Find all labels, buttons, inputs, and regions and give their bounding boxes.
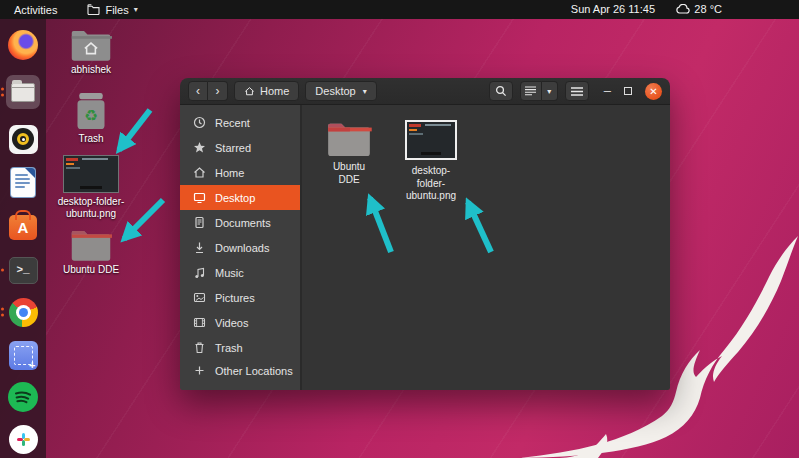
plus-icon	[193, 364, 206, 377]
sidebar-item-home[interactable]: Home	[180, 160, 300, 185]
app-menu[interactable]: Files ▾	[87, 4, 137, 16]
cloud-icon	[676, 4, 690, 14]
firefox-icon	[8, 30, 38, 60]
minimize-button[interactable]: –	[604, 86, 611, 96]
search-button[interactable]	[489, 81, 513, 101]
dock-item-files[interactable]	[6, 75, 40, 109]
files-window: ‹ › Home Desktop ▾	[180, 78, 670, 390]
dock-item-rhythmbox[interactable]	[6, 122, 40, 156]
software-letter: A	[18, 219, 29, 236]
sidebar-item-recent[interactable]: Recent	[180, 110, 300, 135]
dock-item-slack[interactable]	[6, 422, 40, 456]
ubuntu-software-icon: A	[9, 215, 37, 240]
svg-text:♻: ♻	[84, 107, 98, 125]
folder-icon	[87, 4, 100, 15]
view-toggle-button[interactable]	[520, 81, 542, 101]
sidebar-item-videos[interactable]: Videos	[180, 310, 300, 335]
maximize-button[interactable]	[624, 87, 632, 95]
sidebar-item-label: Downloads	[215, 242, 269, 254]
document-icon	[193, 216, 206, 229]
running-indicator	[1, 88, 4, 97]
list-view-icon	[525, 86, 536, 96]
sidebar-item-label: Pictures	[215, 292, 255, 304]
minimize-icon: –	[604, 83, 611, 98]
picture-icon	[193, 291, 206, 304]
dock-item-ubuntu-software[interactable]: A	[6, 210, 40, 244]
chevron-down-icon: ▾	[363, 87, 367, 96]
home-icon	[193, 166, 206, 179]
sidebar-item-music[interactable]: Music	[180, 260, 300, 285]
clock[interactable]: Sun Apr 26 11:45	[571, 3, 655, 15]
desktop-icon-ubuntu-dde[interactable]: Ubuntu DDE	[45, 227, 137, 276]
music-icon	[193, 266, 206, 279]
sidebar-item-desktop[interactable]: Desktop	[180, 185, 300, 210]
location-dropdown-button[interactable]: Desktop ▾	[305, 81, 376, 101]
sidebar-item-starred[interactable]: Starred	[180, 135, 300, 160]
window-titlebar[interactable]: ‹ › Home Desktop ▾	[180, 78, 670, 105]
dock-item-chrome[interactable]	[6, 295, 40, 329]
folder-icon	[326, 120, 372, 156]
app-menu-label: Files	[105, 4, 128, 16]
home-breadcrumb-button[interactable]: Home	[234, 81, 299, 101]
terminal-icon: >_	[9, 257, 38, 284]
slack-icon	[9, 425, 38, 454]
chevron-down-icon: ▾	[134, 5, 138, 14]
desktop-icon-label: Ubuntu DDE	[63, 264, 119, 276]
libreoffice-writer-icon	[11, 168, 35, 197]
home-folder-icon	[70, 27, 112, 61]
top-bar: Activities Files ▾ Sun Apr 26 11:45 28 °…	[0, 0, 799, 19]
screenshot-tool-icon	[9, 341, 38, 370]
weather-indicator[interactable]: 28 °C	[676, 3, 722, 15]
forward-button[interactable]: ›	[208, 81, 228, 101]
back-button[interactable]: ‹	[188, 81, 208, 101]
dock-item-screenshot-tool[interactable]	[6, 338, 40, 372]
sidebar-item-trash[interactable]: Trash	[180, 335, 300, 360]
back-icon: ‹	[196, 84, 200, 98]
trash-icon	[193, 341, 206, 354]
menu-button[interactable]	[565, 81, 589, 101]
spotify-icon	[8, 382, 38, 412]
file-label: desktop-folder-ubuntu.png	[400, 165, 462, 203]
places-sidebar: Recent Starred Home Desktop Documents Do…	[180, 105, 302, 390]
dock-item-spotify[interactable]	[6, 380, 40, 414]
trash-can-icon: ♻	[73, 92, 109, 130]
desktop-icon-abhishek[interactable]: abhishek	[45, 27, 137, 76]
chevron-down-icon: ▾	[547, 87, 551, 96]
close-button[interactable]: ✕	[645, 83, 662, 100]
running-indicator	[1, 269, 4, 272]
sidebar-item-other-locations[interactable]: Other Locations	[180, 358, 300, 383]
dock-item-firefox[interactable]	[6, 28, 40, 62]
sidebar-item-label: Music	[215, 267, 244, 279]
dock-item-libreoffice-writer[interactable]	[6, 165, 40, 199]
sidebar-item-label: Documents	[215, 217, 271, 229]
running-indicator	[1, 308, 4, 317]
sidebar-item-label: Recent	[215, 117, 250, 129]
sidebar-item-label: Home	[215, 167, 244, 179]
desktop-icon-image-file[interactable]: desktop-folder-ubuntu.png	[45, 155, 137, 219]
sidebar-item-downloads[interactable]: Downloads	[180, 235, 300, 260]
rhythmbox-icon	[9, 125, 38, 154]
screenshot-thumbnail	[405, 120, 457, 160]
dock: A >_	[0, 19, 46, 458]
chrome-icon	[9, 298, 38, 327]
view-options-button[interactable]: ▾	[542, 81, 558, 101]
activities-button[interactable]: Activities	[10, 4, 61, 16]
screenshot-thumbnail	[63, 155, 119, 193]
terminal-prompt-glyph: >_	[16, 264, 29, 276]
desktop-icon-trash[interactable]: ♻ Trash	[45, 92, 137, 145]
temperature-label: 28 °C	[694, 3, 722, 15]
file-item-ubuntu-dde[interactable]: Ubuntu DDE	[324, 120, 374, 186]
desktop-icon-label: Trash	[78, 133, 103, 145]
sidebar-item-label: Desktop	[215, 192, 255, 204]
sidebar-item-label: Trash	[215, 342, 243, 354]
desktop-icon	[193, 191, 206, 204]
file-label: Ubuntu DDE	[324, 161, 374, 186]
sidebar-item-documents[interactable]: Documents	[180, 210, 300, 235]
file-item-desktop-folder-ubuntu-png[interactable]: desktop-folder-ubuntu.png	[400, 120, 462, 203]
desktop-icon-label: desktop-folder-ubuntu.png	[47, 196, 135, 219]
file-view[interactable]: Ubuntu DDE desktop-folder-ubuntu.png	[302, 105, 670, 390]
dock-item-terminal[interactable]: >_	[6, 253, 40, 287]
search-icon	[495, 85, 507, 97]
video-icon	[193, 316, 206, 329]
sidebar-item-pictures[interactable]: Pictures	[180, 285, 300, 310]
